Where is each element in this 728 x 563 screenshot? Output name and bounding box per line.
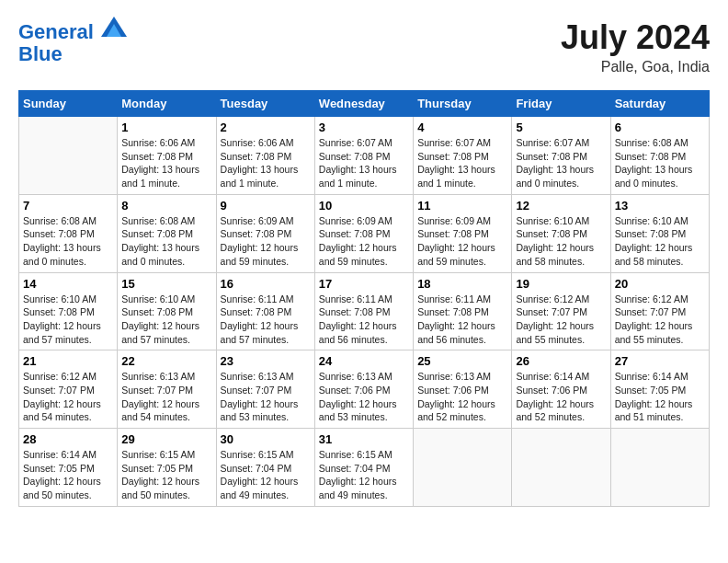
day-number: 24: [319, 354, 409, 368]
day-cell: 24Sunrise: 6:13 AM Sunset: 7:06 PM Dayli…: [314, 350, 413, 429]
day-info: Sunrise: 6:08 AM Sunset: 7:08 PM Dayligh…: [615, 136, 705, 190]
day-cell: 21Sunrise: 6:12 AM Sunset: 7:07 PM Dayli…: [19, 350, 118, 429]
day-info: Sunrise: 6:08 AM Sunset: 7:08 PM Dayligh…: [121, 214, 211, 269]
day-cell: [610, 429, 709, 507]
day-cell: 5Sunrise: 6:07 AM Sunset: 7:08 PM Daylig…: [512, 117, 610, 195]
day-info: Sunrise: 6:11 AM Sunset: 7:08 PM Dayligh…: [221, 293, 311, 347]
day-number: 31: [319, 432, 409, 446]
day-number: 5: [516, 121, 606, 134]
day-cell: 26Sunrise: 6:14 AM Sunset: 7:06 PM Dayli…: [512, 350, 610, 429]
day-info: Sunrise: 6:12 AM Sunset: 7:07 PM Dayligh…: [516, 293, 606, 347]
day-cell: 28Sunrise: 6:14 AM Sunset: 7:05 PM Dayli…: [19, 429, 118, 507]
day-number: 17: [319, 277, 409, 291]
day-cell: 29Sunrise: 6:15 AM Sunset: 7:05 PM Dayli…: [118, 429, 216, 507]
day-cell: 10Sunrise: 6:09 AM Sunset: 7:08 PM Dayli…: [314, 194, 413, 272]
day-cell: [512, 429, 610, 507]
day-info: Sunrise: 6:14 AM Sunset: 7:06 PM Dayligh…: [516, 370, 606, 424]
day-cell: 12Sunrise: 6:10 AM Sunset: 7:08 PM Dayli…: [512, 194, 610, 272]
day-number: 22: [121, 354, 211, 368]
day-info: Sunrise: 6:15 AM Sunset: 7:04 PM Dayligh…: [221, 448, 311, 502]
subtitle: Palle, Goa, India: [561, 59, 710, 75]
col-header-thursday: Thursday: [414, 91, 512, 117]
day-info: Sunrise: 6:07 AM Sunset: 7:08 PM Dayligh…: [516, 136, 606, 190]
day-info: Sunrise: 6:09 AM Sunset: 7:08 PM Dayligh…: [319, 214, 409, 269]
day-cell: 30Sunrise: 6:15 AM Sunset: 7:04 PM Dayli…: [216, 429, 314, 507]
day-number: 16: [221, 277, 311, 291]
day-number: 9: [221, 199, 311, 213]
logo-text: General Blue: [18, 18, 127, 65]
day-info: Sunrise: 6:13 AM Sunset: 7:06 PM Dayligh…: [319, 370, 409, 424]
main-title: July 2024: [561, 18, 710, 57]
day-cell: 9Sunrise: 6:09 AM Sunset: 7:08 PM Daylig…: [216, 194, 314, 272]
day-number: 1: [121, 121, 211, 134]
logo: General Blue: [18, 18, 127, 65]
day-number: 11: [417, 199, 507, 213]
day-cell: [19, 117, 118, 195]
day-number: 15: [121, 277, 211, 291]
day-info: Sunrise: 6:09 AM Sunset: 7:08 PM Dayligh…: [221, 214, 311, 269]
day-cell: 6Sunrise: 6:08 AM Sunset: 7:08 PM Daylig…: [610, 117, 709, 195]
day-info: Sunrise: 6:10 AM Sunset: 7:08 PM Dayligh…: [615, 214, 705, 269]
day-cell: [414, 429, 512, 507]
day-cell: 18Sunrise: 6:11 AM Sunset: 7:08 PM Dayli…: [414, 272, 512, 350]
header-row: SundayMondayTuesdayWednesdayThursdayFrid…: [19, 91, 710, 117]
col-header-saturday: Saturday: [610, 91, 709, 117]
day-number: 21: [23, 354, 113, 368]
day-cell: 8Sunrise: 6:08 AM Sunset: 7:08 PM Daylig…: [118, 194, 216, 272]
day-cell: 17Sunrise: 6:11 AM Sunset: 7:08 PM Dayli…: [314, 272, 413, 350]
day-info: Sunrise: 6:07 AM Sunset: 7:08 PM Dayligh…: [319, 136, 409, 190]
page-header: General Blue July 2024 Palle, Goa, India: [18, 18, 710, 75]
day-info: Sunrise: 6:09 AM Sunset: 7:08 PM Dayligh…: [417, 214, 507, 269]
day-info: Sunrise: 6:06 AM Sunset: 7:08 PM Dayligh…: [121, 136, 211, 190]
day-number: 14: [23, 277, 113, 291]
day-info: Sunrise: 6:13 AM Sunset: 7:06 PM Dayligh…: [417, 370, 507, 424]
day-cell: 16Sunrise: 6:11 AM Sunset: 7:08 PM Dayli…: [216, 272, 314, 350]
day-cell: 19Sunrise: 6:12 AM Sunset: 7:07 PM Dayli…: [512, 272, 610, 350]
calendar-table: SundayMondayTuesdayWednesdayThursdayFrid…: [18, 90, 710, 507]
day-info: Sunrise: 6:10 AM Sunset: 7:08 PM Dayligh…: [23, 293, 113, 347]
day-number: 4: [417, 121, 507, 134]
day-cell: 13Sunrise: 6:10 AM Sunset: 7:08 PM Dayli…: [610, 194, 709, 272]
col-header-monday: Monday: [118, 91, 216, 117]
week-row-4: 28Sunrise: 6:14 AM Sunset: 7:05 PM Dayli…: [19, 429, 710, 507]
day-info: Sunrise: 6:06 AM Sunset: 7:08 PM Dayligh…: [221, 136, 311, 190]
day-cell: 20Sunrise: 6:12 AM Sunset: 7:07 PM Dayli…: [610, 272, 709, 350]
week-row-2: 14Sunrise: 6:10 AM Sunset: 7:08 PM Dayli…: [19, 272, 710, 350]
day-cell: 3Sunrise: 6:07 AM Sunset: 7:08 PM Daylig…: [314, 117, 413, 195]
day-info: Sunrise: 6:15 AM Sunset: 7:05 PM Dayligh…: [121, 448, 211, 502]
day-number: 13: [615, 199, 705, 213]
day-info: Sunrise: 6:14 AM Sunset: 7:05 PM Dayligh…: [23, 448, 113, 502]
col-header-tuesday: Tuesday: [216, 91, 314, 117]
day-number: 6: [615, 121, 705, 134]
week-row-0: 1Sunrise: 6:06 AM Sunset: 7:08 PM Daylig…: [19, 117, 710, 195]
day-info: Sunrise: 6:13 AM Sunset: 7:07 PM Dayligh…: [221, 370, 311, 424]
day-number: 7: [23, 199, 113, 213]
day-number: 3: [319, 121, 409, 134]
day-number: 20: [615, 277, 705, 291]
day-info: Sunrise: 6:12 AM Sunset: 7:07 PM Dayligh…: [23, 370, 113, 424]
day-cell: 7Sunrise: 6:08 AM Sunset: 7:08 PM Daylig…: [19, 194, 118, 272]
day-cell: 23Sunrise: 6:13 AM Sunset: 7:07 PM Dayli…: [216, 350, 314, 429]
day-number: 27: [615, 354, 705, 368]
logo-icon: [101, 17, 127, 37]
day-info: Sunrise: 6:15 AM Sunset: 7:04 PM Dayligh…: [319, 448, 409, 502]
day-number: 25: [417, 354, 507, 368]
day-cell: 27Sunrise: 6:14 AM Sunset: 7:05 PM Dayli…: [610, 350, 709, 429]
day-cell: 15Sunrise: 6:10 AM Sunset: 7:08 PM Dayli…: [118, 272, 216, 350]
day-number: 12: [516, 199, 606, 213]
logo-blue: Blue: [18, 42, 63, 65]
day-number: 19: [516, 277, 606, 291]
day-cell: 22Sunrise: 6:13 AM Sunset: 7:07 PM Dayli…: [118, 350, 216, 429]
col-header-wednesday: Wednesday: [314, 91, 413, 117]
day-info: Sunrise: 6:07 AM Sunset: 7:08 PM Dayligh…: [417, 136, 507, 190]
day-info: Sunrise: 6:08 AM Sunset: 7:08 PM Dayligh…: [23, 214, 113, 269]
day-cell: 11Sunrise: 6:09 AM Sunset: 7:08 PM Dayli…: [414, 194, 512, 272]
day-cell: 14Sunrise: 6:10 AM Sunset: 7:08 PM Dayli…: [19, 272, 118, 350]
day-info: Sunrise: 6:11 AM Sunset: 7:08 PM Dayligh…: [319, 293, 409, 347]
day-cell: 4Sunrise: 6:07 AM Sunset: 7:08 PM Daylig…: [414, 117, 512, 195]
day-info: Sunrise: 6:13 AM Sunset: 7:07 PM Dayligh…: [121, 370, 211, 424]
col-header-friday: Friday: [512, 91, 610, 117]
week-row-1: 7Sunrise: 6:08 AM Sunset: 7:08 PM Daylig…: [19, 194, 710, 272]
day-number: 2: [221, 121, 311, 134]
day-cell: 31Sunrise: 6:15 AM Sunset: 7:04 PM Dayli…: [314, 429, 413, 507]
